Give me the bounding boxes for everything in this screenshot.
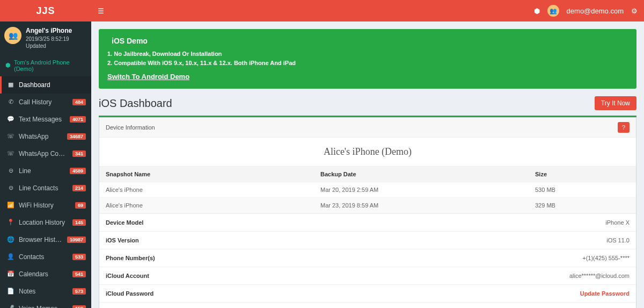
sidebar-item-text-messages[interactable]: 💬Text Messages4071: [0, 111, 91, 128]
info-row: iCloud PasswordUpdate Password: [99, 284, 636, 302]
nav-icon: ⊝: [7, 184, 14, 191]
sidebar-item-contacts[interactable]: 👤Contacts533: [0, 248, 91, 266]
info-row: Phone Number(s)+(1)(425) 555-****: [99, 249, 636, 267]
col-backup-date: Backup Date: [314, 167, 529, 182]
nav-label: Notes: [19, 288, 68, 295]
info-value: +(1)(425) 555-****: [582, 255, 630, 261]
nav-badge: 145: [72, 219, 86, 226]
banner-title: iOS Demo: [112, 37, 148, 45]
device-avatar: 👥: [4, 27, 21, 44]
nav-badge: 484: [72, 99, 86, 105]
nav-icon: 🎤: [7, 305, 14, 308]
nav-label: Voice Memos: [19, 305, 68, 308]
info-key: Device Model: [106, 219, 143, 226]
android-icon[interactable]: ⬢: [534, 7, 540, 15]
device-title: Alice's iPhone (Demo): [99, 138, 636, 166]
user-email[interactable]: demo@demo.com: [567, 7, 624, 15]
try-it-now-button[interactable]: Try It Now: [595, 96, 636, 110]
sidebar: 👥 Angel's iPhone 2019/3/25 8:52:19 Updat…: [0, 22, 91, 308]
device-name: Angel's iPhone: [26, 27, 87, 35]
device-header[interactable]: 👥 Angel's iPhone 2019/3/25 8:52:19 Updat…: [0, 22, 91, 55]
sidebar-item-whatsapp-contacts[interactable]: ☏WhatsApp Contacts341: [0, 145, 91, 162]
col-snapshot-name: Snapshot Name: [99, 167, 314, 182]
nav-label: Location History: [19, 219, 68, 226]
nav-icon: ☏: [7, 150, 14, 157]
nav-badge: 214: [72, 185, 86, 191]
nav-badge: 533: [72, 254, 86, 260]
info-key: iOS Version: [106, 237, 139, 243]
nav-badge: 573: [72, 288, 86, 295]
panel-title: Device Information: [106, 124, 155, 131]
nav-label: WiFi History: [19, 202, 71, 209]
table-row[interactable]: Alice's iPhoneMar 23, 2019 8:59 AM329 MB: [99, 198, 636, 213]
sidebar-item-line-contacts[interactable]: ⊝Line Contacts214: [0, 180, 91, 197]
sidebar-item-wifi-history[interactable]: 📶WiFi History69: [0, 197, 91, 214]
sidebar-item-browser-history[interactable]: 🌐Browser History10987: [0, 231, 91, 248]
nav-label: Line Contacts: [19, 184, 68, 192]
avatar[interactable]: 👥: [547, 5, 559, 17]
info-value: iPhone X: [605, 219, 630, 226]
sidebar-item-call-history[interactable]: ✆Call History484: [0, 94, 91, 111]
device-updated: 2019/3/25 8:52:19 Updated: [26, 35, 87, 49]
ios-demo-banner: iOS Demo 1. No Jailbreak, Download Or In…: [99, 29, 636, 89]
nav-icon: ⊝: [7, 167, 14, 174]
nav-icon: ✆: [7, 98, 14, 105]
info-key: iCloud Account: [106, 273, 149, 279]
switch-android-link[interactable]: Switch To Android Demo: [107, 73, 189, 81]
info-value[interactable]: Update Password: [580, 290, 630, 297]
cell-size: 530 MB: [529, 182, 636, 198]
sidebar-item-dashboard[interactable]: ▦Dashboard: [0, 76, 91, 94]
nav-label: Calendars: [19, 270, 68, 278]
nav-label: Line: [19, 167, 65, 175]
cell-date: Mar 20, 2019 2:59 AM: [314, 182, 529, 198]
menu-toggle-icon[interactable]: ☰: [98, 7, 104, 15]
nav-icon: ▦: [7, 81, 14, 88]
snapshot-table: Snapshot Name Backup Date Size Alice's i…: [99, 166, 636, 213]
help-button[interactable]: ?: [618, 122, 630, 133]
brand-logo[interactable]: JJS: [0, 0, 91, 22]
nav-badge: 341: [72, 151, 86, 157]
sidebar-item-whatsapp[interactable]: ☏WhatsApp34687: [0, 128, 91, 145]
nav-icon: 💬: [7, 116, 14, 123]
nav-badge: 4589: [70, 168, 86, 174]
info-row: iOS VersioniOS 11.0: [99, 231, 636, 249]
android-device-link[interactable]: ⬢ Tom's Android Phone (Demo): [0, 55, 91, 76]
sidebar-item-notes[interactable]: 📄Notes573: [0, 283, 91, 300]
nav-badge: 541: [72, 271, 86, 277]
nav-badge: 34687: [67, 133, 86, 140]
banner-line-2: 2. Compatible With iOS 9.x, 10.x, 11.x &…: [107, 59, 628, 68]
settings-icon[interactable]: ⚙: [631, 7, 638, 15]
nav-label: Contacts: [19, 253, 68, 261]
cell-name: Alice's iPhone: [99, 182, 314, 198]
page-title: iOS Dashboard: [99, 97, 172, 110]
info-row: iCloud Backup Size859 MB: [99, 302, 636, 308]
nav-badge: 69: [75, 202, 86, 209]
nav-label: Call History: [19, 98, 68, 106]
cell-date: Mar 23, 2019 8:59 AM: [314, 198, 529, 213]
sidebar-item-voice-memos[interactable]: 🎤Voice Memos158: [0, 300, 91, 308]
nav-icon: 🌐: [7, 236, 14, 243]
info-value: alice******@icloud.com: [569, 273, 630, 279]
device-info-panel: Device Information ? Alice's iPhone (Dem…: [99, 117, 636, 308]
nav-icon: ☏: [7, 133, 14, 140]
nav-label: WhatsApp Contacts: [19, 150, 68, 157]
info-key: Phone Number(s): [106, 255, 155, 261]
nav-icon: 📅: [7, 270, 14, 277]
nav-badge: 4071: [70, 116, 86, 123]
nav-icon: 📍: [7, 219, 14, 226]
nav-label: Dashboard: [19, 81, 86, 89]
nav-icon: 📶: [7, 202, 14, 209]
info-key: iCloud Password: [106, 290, 153, 297]
sidebar-item-calendars[interactable]: 📅Calendars541: [0, 266, 91, 283]
sidebar-item-line[interactable]: ⊝Line4589: [0, 162, 91, 180]
col-size: Size: [529, 167, 636, 182]
banner-line-1: 1. No Jailbreak, Download Or Installatio…: [107, 49, 628, 59]
nav-icon: 📄: [7, 288, 14, 295]
cell-size: 329 MB: [529, 198, 636, 213]
android-icon: ⬢: [5, 62, 11, 69]
table-row[interactable]: Alice's iPhoneMar 20, 2019 2:59 AM530 MB: [99, 182, 636, 198]
info-value: iOS 11.0: [606, 237, 630, 243]
info-row: iCloud Accountalice******@icloud.com: [99, 267, 636, 284]
info-row: Device ModeliPhone X: [99, 213, 636, 231]
sidebar-item-location-history[interactable]: 📍Location History145: [0, 214, 91, 231]
